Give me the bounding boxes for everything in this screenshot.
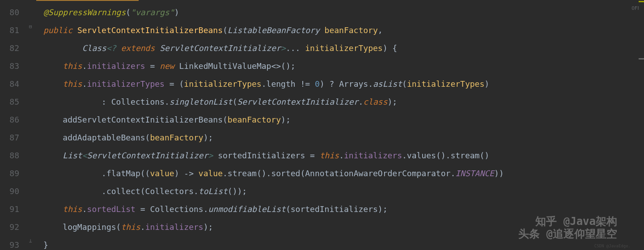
top-line-highlight: [29, 0, 139, 1]
fold-end-icon[interactable]: ⊥: [29, 238, 34, 244]
line-number: 91: [0, 200, 29, 218]
line-number: 84: [0, 75, 29, 93]
code-line[interactable]: Class<? extends ServletContextInitialize…: [36, 39, 644, 57]
line-number: 92: [0, 218, 29, 236]
code-line[interactable]: this.initializers = new LinkedMultiValue…: [36, 57, 644, 75]
scrollbar-track[interactable]: [639, 0, 644, 250]
line-number: 86: [0, 111, 29, 129]
fold-gutter: ⊟ ⊥: [29, 0, 36, 250]
code-line[interactable]: .flatMap((value) -> value.stream().sorte…: [36, 165, 644, 182]
code-line[interactable]: this.initializerTypes = (initializerType…: [36, 75, 644, 93]
code-line[interactable]: addAdaptableBeans(beanFactory);: [36, 129, 644, 147]
line-number: 80: [0, 4, 29, 21]
code-line[interactable]: public ServletContextInitializerBeans(Li…: [36, 21, 644, 39]
code-line[interactable]: .collect(Collectors.toList());: [36, 182, 644, 200]
line-number: 85: [0, 93, 29, 111]
watermark-text: CSDN @JavaEdge.: [594, 244, 631, 248]
scroll-marker-icon: [639, 58, 644, 59]
code-line[interactable]: List<ServletContextInitializer> sortedIn…: [36, 147, 644, 165]
code-editor[interactable]: 80 81 82 83 84 85 86 87 88 89 90 91 92 9…: [0, 0, 644, 250]
fold-collapse-icon[interactable]: ⊟: [29, 24, 34, 30]
line-number: 90: [0, 182, 29, 200]
line-number: 87: [0, 129, 29, 147]
code-line[interactable]: addServletContextInitializerBeans(beanFa…: [36, 111, 644, 129]
code-line[interactable]: @SuppressWarnings("varargs"): [36, 4, 644, 21]
line-number: 89: [0, 165, 29, 182]
line-number: 83: [0, 57, 29, 75]
line-number: 93: [0, 236, 29, 250]
scroll-marker-icon: [639, 1, 644, 2]
watermark-text: 头条 @追逐仰望星空: [518, 227, 617, 241]
line-number: 88: [0, 147, 29, 165]
line-number: 82: [0, 39, 29, 57]
line-number-gutter: 80 81 82 83 84 85 86 87 88 89 90 91 92 9…: [0, 0, 29, 250]
code-line[interactable]: : Collections.singletonList(ServletConte…: [36, 93, 644, 111]
line-number: 81: [0, 21, 29, 39]
code-content[interactable]: @SuppressWarnings("varargs") public Serv…: [36, 0, 644, 250]
